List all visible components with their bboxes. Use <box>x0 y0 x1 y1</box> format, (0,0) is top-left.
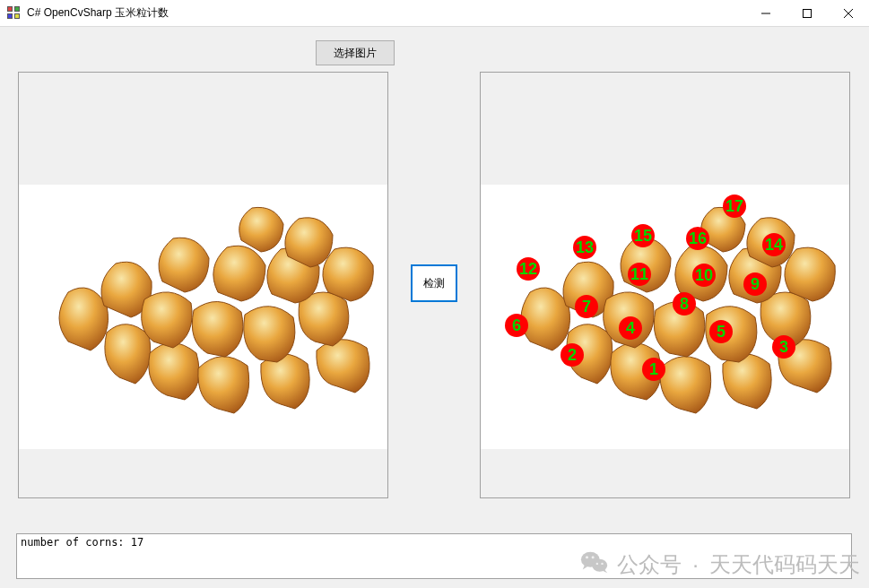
window-titlebar: C# OpenCvSharp 玉米粒计数 <box>0 0 869 27</box>
window-controls <box>745 0 869 27</box>
corn-marker-label: 12 <box>519 260 537 278</box>
result-image: 1234567891011121314151617 <box>481 185 850 449</box>
corn-marker-label: 7 <box>582 298 591 316</box>
corn-marker-label: 17 <box>726 197 743 215</box>
corn-marker-label: 8 <box>680 295 689 313</box>
result-image-panel: 1234567891011121314151617 <box>480 72 850 498</box>
corn-marker-label: 6 <box>512 316 521 334</box>
corn-marker-label: 16 <box>689 229 707 247</box>
corn-marker-label: 3 <box>779 338 788 356</box>
corn-marker-label: 4 <box>626 319 635 337</box>
output-text: number of corns: 17 <box>21 536 143 549</box>
minimize-button[interactable] <box>745 0 786 26</box>
app-icon <box>7 6 22 21</box>
corn-marker-label: 9 <box>751 275 760 293</box>
select-image-button[interactable]: 选择图片 <box>316 40 395 65</box>
client-area: 选择图片 检测 <box>0 27 869 588</box>
corn-marker-label: 14 <box>765 236 783 254</box>
corn-marker-label: 13 <box>576 238 594 256</box>
corn-marker-label: 10 <box>695 266 713 284</box>
svg-rect-1 <box>804 9 812 17</box>
corn-marker-label: 5 <box>717 323 726 341</box>
corn-marker-label: 2 <box>568 346 577 364</box>
output-textbox[interactable]: number of corns: 17 <box>16 533 852 579</box>
window-title: C# OpenCvSharp 玉米粒计数 <box>27 5 169 21</box>
corn-marker-label: 1 <box>649 360 658 378</box>
source-image <box>19 185 388 449</box>
source-image-panel <box>18 72 388 498</box>
maximize-button[interactable] <box>786 0 828 26</box>
detect-button[interactable]: 检测 <box>411 264 457 302</box>
corn-marker-label: 11 <box>630 265 648 283</box>
corn-marker-label: 15 <box>634 227 652 245</box>
close-button[interactable] <box>828 0 869 26</box>
